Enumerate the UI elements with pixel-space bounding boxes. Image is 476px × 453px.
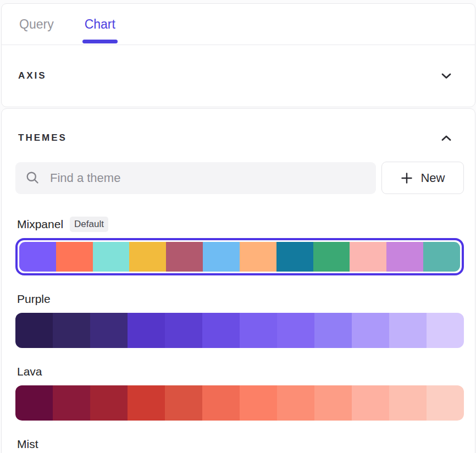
theme-search-box[interactable] [15,162,376,194]
color-swatch [277,313,314,348]
chevron-up-icon [440,131,453,145]
theme-search-input[interactable] [50,171,366,185]
theme-list: MixpanelDefaultPurpleLavaMist [2,217,475,451]
active-tab-underline [82,40,118,43]
color-swatch [427,313,464,348]
theme-label-row: MixpanelDefault [17,217,464,231]
color-swatch [202,313,240,348]
color-swatch [423,242,460,272]
themes-section-header[interactable]: THEMES [2,109,475,145]
tab-query[interactable]: Query [18,4,55,45]
theme-name: Lava [17,365,42,378]
color-swatch [128,313,165,348]
theme-name: Mixpanel [17,218,63,231]
color-swatch [165,385,202,421]
tab-chart-label: Chart [85,17,115,32]
color-swatch [128,385,165,421]
color-swatch [314,385,352,421]
color-swatch [350,242,386,272]
query-chart-card: Query Chart AXIS [1,3,475,107]
color-swatch [166,242,203,272]
color-swatch [352,313,389,348]
theme-name: Mist [17,438,38,451]
color-swatch [240,385,277,421]
theme-swatch-row-purple[interactable] [15,313,464,348]
color-swatch [93,242,130,272]
theme-label-row: Purple [17,292,464,306]
color-swatch [352,385,389,421]
color-swatch [314,313,352,348]
theme-label-row: Mist [17,437,464,451]
color-swatch [427,385,464,421]
tab-bar: Query Chart [2,4,475,45]
color-swatch [53,313,90,348]
color-swatch [386,242,423,272]
theme-name: Purple [17,292,51,306]
color-swatch [202,385,240,421]
color-swatch [277,385,314,421]
default-badge: Default [70,217,108,232]
theme-item-purple: Purple [15,292,464,348]
color-swatch [15,385,53,421]
color-swatch [53,385,90,421]
color-swatch [240,313,277,348]
theme-item-mixpanel: MixpanelDefault [15,217,464,275]
color-swatch [90,313,128,348]
new-theme-button-label: New [420,171,445,185]
tab-query-label: Query [19,17,54,32]
selected-theme-outline[interactable] [15,238,464,275]
color-swatch [129,242,166,272]
themes-section-title: THEMES [18,132,67,143]
theme-swatch-row-mixpanel[interactable] [19,242,460,272]
color-swatch [15,313,53,348]
themes-card: THEMES New MixpanelDefaultPurpleLavaMist [1,108,475,453]
new-theme-button[interactable]: New [381,162,464,194]
color-swatch [389,313,427,348]
chevron-down-icon [440,69,453,82]
color-swatch [240,242,276,272]
plus-icon [400,172,413,185]
color-swatch [203,242,240,272]
color-swatch [90,385,128,421]
axis-section-title: AXIS [18,70,47,81]
theme-item-mist: Mist [15,437,464,451]
axis-section-header[interactable]: AXIS [2,45,475,107]
color-swatch [165,313,202,348]
theme-label-row: Lava [17,364,464,379]
color-swatch [313,242,350,272]
search-icon [25,170,40,185]
tab-chart[interactable]: Chart [84,4,117,45]
color-swatch [389,385,427,421]
color-swatch [19,242,56,272]
color-swatch [276,242,313,272]
theme-swatch-row-lava[interactable] [15,385,464,421]
theme-search-row: New [2,162,475,194]
color-swatch [56,242,93,272]
theme-item-lava: Lava [15,364,464,421]
